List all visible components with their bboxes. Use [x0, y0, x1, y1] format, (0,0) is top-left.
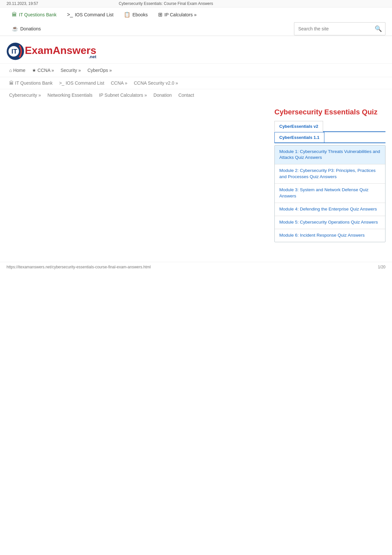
logo-circle-icon: IT: [7, 42, 24, 60]
nav-it-questions-bank-label: IT Questions Bank: [19, 12, 57, 17]
star-icon: ★: [32, 68, 36, 73]
calculator-icon: ⊞: [158, 11, 162, 18]
footer-url: https://itexamanswers.net/cybersecurity-…: [7, 265, 151, 269]
nav-ios-command-list[interactable]: >_ IOS Command List: [62, 8, 119, 22]
sec-nav-2: Cybersecurity » Networking Essentials IP…: [0, 89, 392, 101]
search-input[interactable]: [294, 24, 371, 34]
terminal-icon-2: >_: [59, 80, 64, 86]
secnav-networking-essentials[interactable]: Networking Essentials: [45, 91, 95, 99]
timestamp-bar: 20.11.2023, 19:57 Cybersecurity Essentia…: [0, 0, 392, 8]
main-nav: ⌂ Home ★ CCNA » Security » CyberOps »: [0, 63, 392, 77]
search-button[interactable]: 🔍: [371, 23, 385, 35]
module-item-1[interactable]: Module 1: Cybersecurity Threats Vulnerab…: [275, 145, 385, 165]
module-item-6[interactable]: Module 6: Incident Response Quiz Answers: [275, 229, 385, 242]
tab-row: CyberEssentials v2: [274, 121, 385, 132]
footer-bar: https://itexamanswers.net/cybersecurity-…: [0, 262, 392, 272]
nav-home[interactable]: ⌂ Home: [7, 66, 28, 74]
top-nav-row1: 🏛 IT Questions Bank >_ IOS Command List …: [7, 8, 385, 22]
svg-text:IT: IT: [11, 48, 17, 55]
nav-donations[interactable]: ☕ Donations: [7, 22, 46, 36]
timestamp: 20.11.2023, 19:57: [7, 1, 38, 6]
nav-ebooks[interactable]: 📋 Ebooks: [119, 8, 153, 22]
tab-cyberessentials-v2[interactable]: CyberEssentials v2: [274, 121, 323, 132]
terminal-icon: >_: [67, 12, 73, 18]
coffee-icon: ☕: [12, 25, 18, 32]
home-icon: ⌂: [9, 68, 12, 73]
nav-ebooks-label: Ebooks: [132, 12, 148, 17]
secnav-donation[interactable]: Donation: [151, 91, 174, 99]
module-item-5[interactable]: Module 5: Cybersecurity Operations Quiz …: [275, 216, 385, 229]
logo-area: IT ExamAnswers .net: [0, 36, 392, 63]
secnav-ip-subnet-calculators[interactable]: IP Subnet Calculators »: [96, 91, 150, 99]
logo[interactable]: IT ExamAnswers .net: [7, 42, 96, 60]
secnav-it-questions-bank[interactable]: 🏛 IT Questions Bank: [7, 79, 55, 87]
search-box: 🔍: [294, 22, 385, 35]
secnav-contact[interactable]: Contact: [176, 91, 197, 99]
top-nav-row2: ☕ Donations 🔍: [7, 22, 385, 36]
search-icon: 🔍: [375, 25, 382, 32]
ebook-icon: 📋: [124, 11, 130, 18]
module-item-2[interactable]: Module 2: Cybersecurity P3: Principles, …: [275, 164, 385, 184]
content-wrapper: Cybersecurity Essentials Quiz CyberEssen…: [0, 101, 392, 249]
subtab-cyberessentials-1-1[interactable]: CyberEssentials 1.1: [274, 132, 324, 143]
left-column: [7, 108, 268, 242]
sidebar-widget-title: Cybersecurity Essentials Quiz: [274, 108, 385, 117]
bank-icon-2: 🏛: [9, 80, 14, 86]
nav-it-questions-bank[interactable]: 🏛 IT Questions Bank: [7, 8, 62, 22]
secnav-ios-command-list[interactable]: >_ IOS Command List: [57, 79, 107, 87]
module-list: Module 1: Cybersecurity Threats Vulnerab…: [274, 145, 385, 242]
page-title-bar: Cybersecurity Essentials: Course Final E…: [119, 1, 213, 6]
nav-security[interactable]: Security »: [58, 66, 83, 74]
right-sidebar: Cybersecurity Essentials Quiz CyberEssen…: [274, 108, 385, 242]
secnav-ccna-security[interactable]: CCNA Security v2.0 »: [131, 79, 181, 87]
secnav-cybersecurity[interactable]: Cybersecurity »: [7, 91, 43, 99]
subtab-row: CyberEssentials 1.1: [274, 132, 385, 143]
module-item-3[interactable]: Module 3: System and Network Defense Qui…: [275, 184, 385, 203]
secnav-ccna[interactable]: CCNA »: [108, 79, 130, 87]
nav-ip-calculators[interactable]: ⊞ IP Calculators »: [153, 8, 202, 22]
nav-ios-command-list-label: IOS Command List: [75, 12, 113, 17]
nav-ccna[interactable]: ★ CCNA »: [29, 66, 57, 74]
top-bar: 🏛 IT Questions Bank >_ IOS Command List …: [0, 8, 392, 36]
footer-page-indicator: 1/20: [378, 265, 385, 269]
sec-nav-1: 🏛 IT Questions Bank >_ IOS Command List …: [0, 77, 392, 89]
bank-icon: 🏛: [12, 12, 17, 18]
nav-cyberops[interactable]: CyberOps »: [85, 66, 115, 74]
module-item-4[interactable]: Module 4: Defending the Enterprise Quiz …: [275, 203, 385, 216]
nav-ip-calculators-label: IP Calculators »: [164, 12, 197, 17]
logo-text: ExamAnswers .net: [25, 43, 96, 59]
nav-donations-label: Donations: [20, 26, 41, 31]
